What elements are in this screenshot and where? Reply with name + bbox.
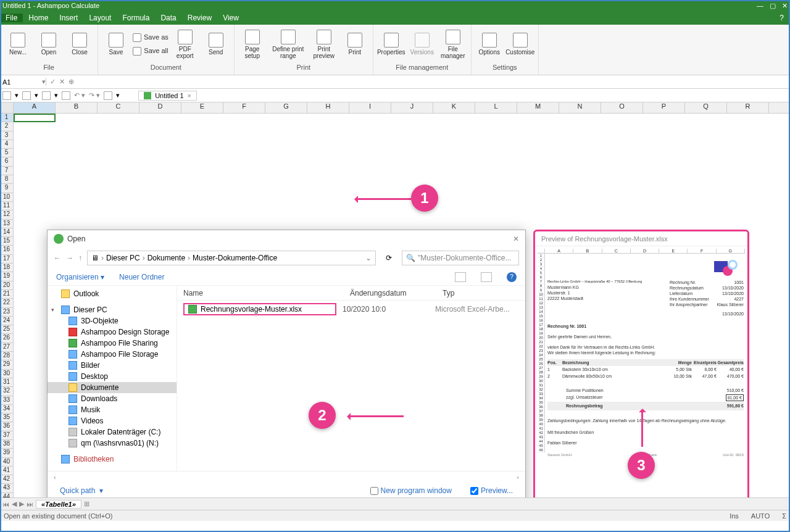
menu-formula[interactable]: Formula — [117, 14, 155, 22]
col-name[interactable]: Name — [177, 289, 344, 297]
close-button[interactable]: Close — [65, 27, 94, 62]
versions-icon — [415, 33, 430, 48]
cell-reference[interactable]: A1▾ — [0, 78, 46, 86]
new-button[interactable]: New... — [4, 27, 32, 62]
send-button[interactable]: Send — [202, 27, 230, 62]
help-icon[interactable]: ? — [507, 272, 517, 282]
quickpath-link[interactable]: Quick path ▾ — [60, 486, 103, 495]
sheet-tab[interactable]: «Tabelle1» — [36, 500, 81, 509]
newwindow-checkbox[interactable]: New program window — [370, 486, 452, 495]
options-icon — [482, 33, 497, 48]
fx-icon[interactable]: ⊕ — [69, 78, 74, 86]
status-bar: Open an existing document (Ctrl+O) Ins A… — [0, 510, 790, 521]
open-dialog-icon — [54, 234, 64, 244]
file-row[interactable]: Rechnungsvorlage-Muster.xlsx 10/2020 10:… — [177, 301, 525, 318]
menu-file[interactable]: File — [0, 14, 23, 22]
pagesetup-button[interactable]: Page setup — [238, 27, 267, 62]
tree-item[interactable]: Bilder — [48, 360, 177, 371]
nav-back-icon[interactable]: ← — [54, 254, 61, 262]
options-button[interactable]: Options — [475, 27, 504, 62]
file-list[interactable]: Name Änderungsdatum Typ Rechnungsvorlage… — [177, 286, 525, 471]
menu-data[interactable]: Data — [155, 14, 181, 22]
quick-icon[interactable] — [22, 91, 31, 100]
add-sheet-icon[interactable]: ⊞ — [84, 500, 89, 508]
tree-item[interactable]: Musik — [48, 404, 177, 415]
status-sigma-icon[interactable]: Σ — [782, 512, 786, 520]
group-fm-label: File management — [396, 64, 448, 75]
open-button[interactable]: Open — [35, 27, 63, 62]
quick-icon[interactable] — [104, 91, 112, 100]
tree-item[interactable]: 3D-Objekte — [48, 315, 177, 326]
callout-3: 3 — [628, 452, 655, 479]
col-type[interactable]: Typ — [436, 289, 525, 297]
status-auto: AUTO — [751, 512, 770, 520]
maximize-icon[interactable]: ▢ — [770, 2, 776, 10]
tree-item[interactable]: Desktop — [48, 371, 177, 382]
open-icon — [41, 33, 56, 48]
tree-item-thispc[interactable]: Dieser PC — [48, 304, 177, 315]
menu-layout[interactable]: Layout — [83, 14, 117, 22]
saveas-button[interactable]: Save as — [133, 31, 168, 44]
printrange-button[interactable]: Define print range — [269, 27, 307, 62]
menu-review[interactable]: Review — [182, 14, 217, 22]
saveall-button[interactable]: Save all — [133, 45, 168, 57]
customise-button[interactable]: Customise — [506, 27, 534, 62]
menu-insert[interactable]: Insert — [54, 14, 83, 22]
tab-nav-prev[interactable]: ◀ — [12, 500, 17, 508]
send-icon — [209, 33, 223, 48]
print-button[interactable]: Print — [341, 27, 369, 62]
properties-button[interactable]: Properties — [377, 27, 405, 62]
menu-home[interactable]: Home — [23, 14, 54, 22]
organize-button[interactable]: Organisieren ▾ — [56, 273, 104, 281]
breadcrumb[interactable]: 🖥› Dieser PC› Dokumente› Muster-Dokument… — [87, 251, 376, 265]
spreadsheet[interactable]: A B C D E F G H I J K L M N O P Q R 1234… — [0, 102, 790, 497]
refresh-icon[interactable]: ⟳ — [381, 254, 397, 262]
preview-checkbox[interactable]: Preview... — [470, 486, 513, 495]
menu-view[interactable]: View — [217, 14, 244, 22]
group-settings-label: Settings — [493, 64, 517, 75]
file-icon — [188, 305, 197, 314]
newfolder-button[interactable]: Neuer Ordner — [119, 273, 164, 281]
versions-button[interactable]: Versions — [408, 27, 436, 62]
save-button[interactable]: Save — [102, 27, 130, 62]
quick-icon[interactable] — [2, 91, 11, 100]
tab-nav-next[interactable]: ▶ — [19, 500, 24, 508]
tree-item[interactable]: Ashampoo Design Storage — [48, 326, 177, 338]
tree-item[interactable]: Ashampoo File Storage — [48, 349, 177, 360]
print-icon — [347, 33, 362, 48]
menu-bar: File Home Insert Layout Formula Data Rev… — [0, 11, 790, 25]
tree-item[interactable]: Ashampoo File Sharing — [48, 338, 177, 349]
fx-cancel-icon[interactable]: ✕ — [59, 78, 65, 86]
tree-item-selected[interactable]: Dokumente — [48, 382, 177, 393]
open-dialog-title: Open — [67, 235, 85, 243]
tree-item[interactable]: Downloads — [48, 393, 177, 404]
printpreview-button[interactable]: Print preview — [310, 27, 338, 62]
nav-up-icon[interactable]: ↑ — [78, 254, 82, 262]
folder-tree[interactable]: Outlook Dieser PC 3D-Objekte Ashampoo De… — [48, 286, 177, 471]
quick-icon[interactable] — [62, 91, 70, 100]
tree-item[interactable]: Videos — [48, 415, 177, 426]
tree-item[interactable]: Bibliotheken — [48, 454, 177, 465]
quick-icon[interactable] — [42, 91, 51, 100]
tree-item[interactable]: qm (\\ashsrvnas01) (N:) — [48, 438, 177, 449]
preview-toggle-icon[interactable] — [481, 272, 492, 282]
open-dialog: Open ✕ ← → ↑ 🖥› Dieser PC› Dokumente› Mu… — [47, 230, 526, 497]
close-tab-icon[interactable]: × — [188, 92, 191, 99]
fx-check-icon[interactable]: ✓ — [50, 78, 56, 86]
minimize-icon[interactable]: — — [757, 2, 763, 10]
document-tab[interactable]: Untitled 1 × — [138, 91, 197, 101]
nav-fwd-icon[interactable]: → — [66, 254, 73, 262]
close-icon[interactable]: ✕ — [782, 2, 788, 10]
help-icon[interactable]: ? — [780, 14, 790, 22]
tree-item[interactable]: Lokaler Datenträger (C:) — [48, 426, 177, 438]
view-icon[interactable] — [455, 272, 466, 282]
filemanager-button[interactable]: File manager — [439, 27, 467, 62]
pdf-button[interactable]: PDF export — [171, 27, 199, 62]
col-date[interactable]: Änderungsdatum — [344, 289, 436, 297]
save-icon — [109, 33, 123, 48]
tab-nav-last[interactable]: ⏭ — [27, 501, 33, 508]
tab-nav-first[interactable]: ⏮ — [2, 501, 9, 508]
tree-item[interactable]: Outlook — [48, 288, 177, 299]
dialog-close-icon[interactable]: ✕ — [513, 235, 519, 243]
search-input[interactable]: 🔍"Muster-Dokumente-Office... — [402, 251, 519, 265]
